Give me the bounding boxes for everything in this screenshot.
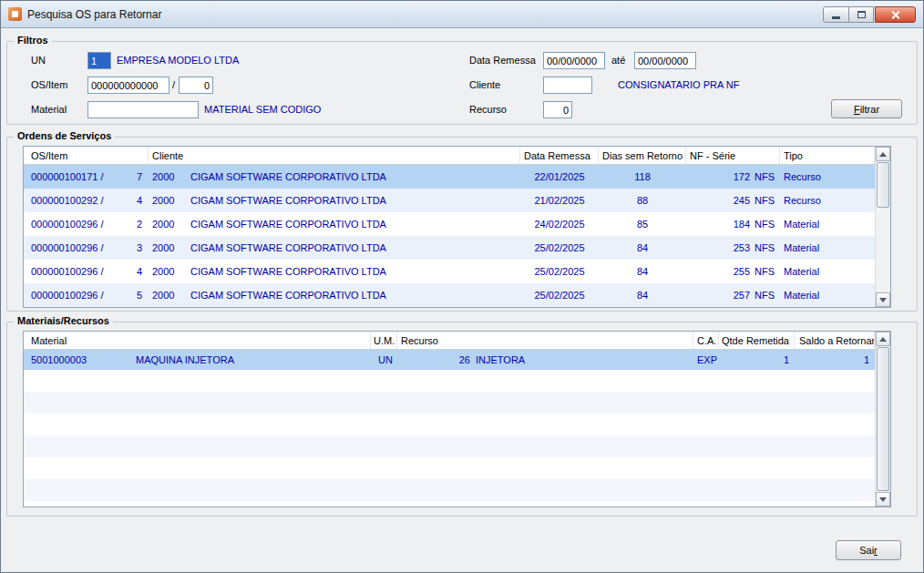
empty-row bbox=[24, 479, 890, 501]
cell-data-remessa: 24/02/2025 bbox=[520, 219, 599, 230]
header-um[interactable]: U.M. bbox=[371, 332, 397, 349]
material-description: MAQUINA INJETORA bbox=[136, 354, 234, 365]
header-os-item[interactable]: OS/Item bbox=[24, 147, 149, 164]
header-ca[interactable]: C.A. bbox=[693, 332, 719, 349]
cell-dias-sem-retorno: 85 bbox=[599, 219, 686, 230]
os-item-number: 2 bbox=[137, 219, 142, 230]
table-row[interactable]: 5001000003MAQUINA INJETORA UN 26INJETORA… bbox=[24, 350, 890, 370]
cliente-name: CIGAM SOFTWARE CORPORATIVO LTDA bbox=[190, 266, 386, 277]
nf-number: 172 bbox=[686, 171, 750, 182]
materials-scrollbar[interactable] bbox=[875, 332, 890, 506]
filters-group: Filtros UN EMPRESA MODELO LTDA Data Reme… bbox=[6, 41, 918, 125]
item-input[interactable] bbox=[179, 77, 213, 94]
os-item-number: 4 bbox=[137, 266, 142, 277]
cliente-code: 2000 bbox=[149, 171, 190, 182]
maximize-button[interactable] bbox=[849, 6, 874, 23]
header-data-remessa[interactable]: Data Remessa bbox=[520, 147, 599, 164]
cliente-name: CIGAM SOFTWARE CORPORATIVO LTDA bbox=[190, 290, 386, 301]
header-recurso[interactable]: Recurso bbox=[397, 332, 693, 349]
table-row[interactable]: 000000100296 /4 2000CIGAM SOFTWARE CORPO… bbox=[24, 260, 890, 283]
table-row[interactable]: 000000100296 /5 2000CIGAM SOFTWARE CORPO… bbox=[24, 283, 890, 307]
service-orders-scrollbar[interactable] bbox=[875, 147, 890, 307]
service-orders-group: Ordens de Serviços OS/Item Cliente Data … bbox=[6, 137, 918, 312]
filtrar-button-label: iltrar bbox=[860, 104, 879, 115]
nf-number: 257 bbox=[686, 290, 750, 301]
recurso-code: 26 bbox=[397, 354, 470, 365]
os-item-number: 3 bbox=[137, 242, 142, 253]
empty-row bbox=[24, 414, 890, 435]
service-orders-table: OS/Item Cliente Data Remessa Dias sem Re… bbox=[23, 146, 891, 308]
cell-data-remessa: 25/02/2025 bbox=[520, 242, 599, 253]
header-material[interactable]: Material bbox=[24, 332, 371, 349]
cell-dias-sem-retorno: 84 bbox=[599, 290, 686, 301]
sair-button[interactable]: Sair bbox=[836, 540, 901, 560]
cell-dias-sem-retorno: 84 bbox=[599, 266, 686, 277]
header-saldo-a-retornar[interactable]: Saldo a Retornar bbox=[795, 332, 875, 349]
cliente-description: CONSIGNATARIO PRA NF bbox=[618, 77, 739, 94]
cell-data-remessa: 25/02/2025 bbox=[520, 266, 599, 277]
data-remessa-label: Data Remessa bbox=[469, 52, 536, 69]
nf-number: 253 bbox=[686, 242, 750, 253]
arrow-down-icon bbox=[879, 497, 887, 502]
material-input[interactable] bbox=[87, 101, 199, 118]
table-row[interactable]: 000000100292 /4 2000CIGAM SOFTWARE CORPO… bbox=[24, 189, 890, 212]
material-code: 5001000003 bbox=[24, 354, 136, 365]
close-button[interactable] bbox=[875, 6, 916, 23]
nf-serie: NFS bbox=[755, 195, 775, 206]
cliente-name: CIGAM SOFTWARE CORPORATIVO LTDA bbox=[190, 242, 386, 253]
header-cliente[interactable]: Cliente bbox=[149, 147, 520, 164]
os-item-number: 5 bbox=[137, 290, 142, 301]
os-input[interactable] bbox=[87, 77, 169, 94]
cliente-code: 2000 bbox=[149, 195, 190, 206]
os-item-number: 4 bbox=[137, 195, 142, 206]
cell-dias-sem-retorno: 88 bbox=[599, 195, 686, 206]
table-row[interactable]: 000000100171 /7 2000CIGAM SOFTWARE CORPO… bbox=[24, 165, 890, 189]
filtrar-button[interactable]: Filtrar bbox=[831, 99, 902, 118]
materials-group: Materiais/Recursos Material U.M. Recurso… bbox=[6, 322, 918, 517]
service-orders-group-title: Ordens de Serviços bbox=[14, 130, 115, 141]
cliente-code: 2000 bbox=[149, 219, 190, 230]
cell-data-remessa: 21/02/2025 bbox=[520, 195, 599, 206]
cliente-input[interactable] bbox=[543, 77, 592, 94]
arrow-down-icon bbox=[879, 298, 887, 302]
header-tipo[interactable]: Tipo bbox=[780, 147, 875, 164]
cliente-name: CIGAM SOFTWARE CORPORATIVO LTDA bbox=[190, 219, 386, 230]
scrollbar-thumb[interactable] bbox=[877, 347, 889, 491]
sair-button-accel: r bbox=[874, 545, 878, 556]
cell-tipo: Material bbox=[780, 219, 875, 230]
title-bar: Pesquisa OS para Retornar bbox=[1, 1, 923, 28]
os-number: 000000100296 / bbox=[31, 290, 104, 301]
un-label: UN bbox=[31, 52, 46, 69]
cell-data-remessa: 22/01/2025 bbox=[520, 171, 599, 182]
app-icon bbox=[8, 7, 22, 21]
data-remessa-from-input[interactable] bbox=[543, 52, 605, 69]
scroll-down-button[interactable] bbox=[876, 292, 890, 307]
cliente-code: 2000 bbox=[149, 266, 190, 277]
nf-number: 245 bbox=[686, 195, 750, 206]
cell-tipo: Recurso bbox=[780, 171, 875, 182]
header-dias-sem-retorno[interactable]: Dias sem Retorno bbox=[599, 147, 686, 164]
scroll-up-button[interactable] bbox=[876, 147, 890, 161]
materials-table: Material U.M. Recurso C.A. Qtde Remetida… bbox=[23, 331, 891, 507]
scrollbar-thumb[interactable] bbox=[877, 162, 889, 208]
cell-saldo-a-retornar: 1 bbox=[795, 354, 875, 365]
filters-group-title: Filtros bbox=[14, 35, 52, 46]
empty-row bbox=[24, 435, 890, 457]
cell-qtde-remetida: 1 bbox=[719, 354, 795, 365]
table-row[interactable]: 000000100296 /3 2000CIGAM SOFTWARE CORPO… bbox=[24, 236, 890, 260]
cliente-name: CIGAM SOFTWARE CORPORATIVO LTDA bbox=[190, 195, 386, 206]
table-row[interactable]: 000000100296 /2 2000CIGAM SOFTWARE CORPO… bbox=[24, 212, 890, 236]
cell-um: UN bbox=[371, 354, 397, 365]
recurso-input[interactable] bbox=[543, 101, 572, 118]
scroll-up-button[interactable] bbox=[876, 332, 890, 346]
materials-header-row: Material U.M. Recurso C.A. Qtde Remetida… bbox=[24, 332, 890, 350]
scroll-down-button[interactable] bbox=[876, 492, 890, 506]
header-qtde-remetida[interactable]: Qtde Remetida bbox=[719, 332, 795, 349]
header-nf-serie[interactable]: NF - Série bbox=[686, 147, 780, 164]
minimize-button[interactable] bbox=[823, 6, 849, 23]
un-input[interactable] bbox=[87, 52, 111, 69]
data-remessa-to-input[interactable] bbox=[634, 52, 696, 69]
arrow-up-icon bbox=[879, 337, 887, 342]
cell-tipo: Material bbox=[780, 266, 875, 277]
nf-serie: NFS bbox=[755, 266, 775, 277]
